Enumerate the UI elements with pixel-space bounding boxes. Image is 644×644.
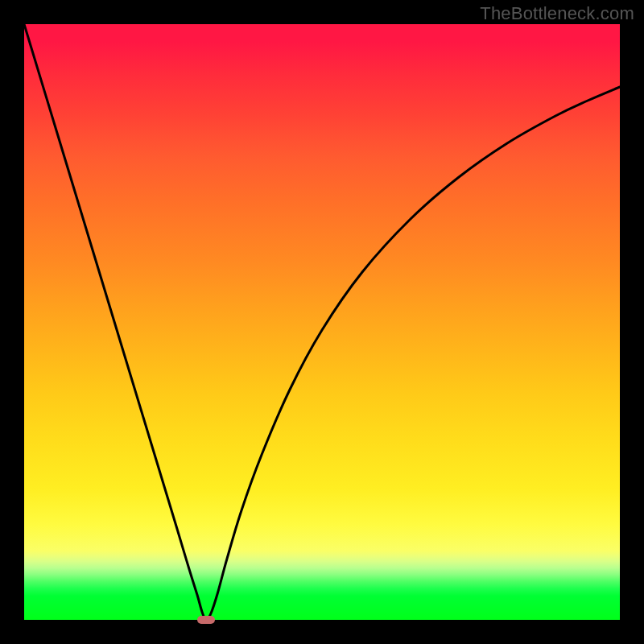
chart-frame: TheBottleneck.com [0, 0, 644, 644]
attribution-text: TheBottleneck.com [480, 3, 634, 24]
minimum-marker [197, 616, 215, 624]
curve-path [24, 24, 620, 620]
plot-area [24, 24, 620, 620]
curve-layer [24, 24, 620, 620]
